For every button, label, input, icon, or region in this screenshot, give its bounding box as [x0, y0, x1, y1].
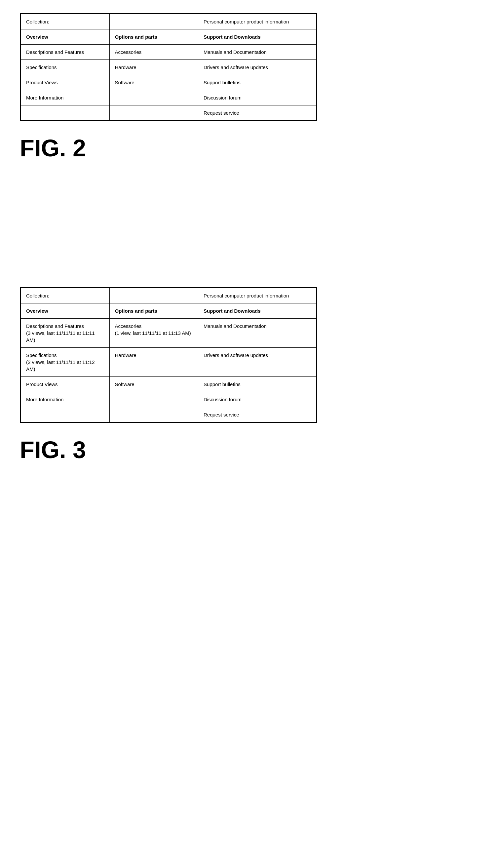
- fig2-label: FIG. 2: [20, 134, 477, 162]
- cell-col2-row5: [109, 90, 198, 105]
- cell-col2-row3: Hardware: [109, 60, 198, 75]
- cell-text-col1-row2-part0: Descriptions and Features: [26, 323, 84, 329]
- cell-text-col2-row2-part1: (1 view, last 11/11/11 at 11:13 AM): [115, 330, 191, 336]
- table-row: Specifications(2 views, last 11/11/11 at…: [21, 348, 316, 377]
- cell-col1-row3: Specifications(2 views, last 11/11/11 at…: [21, 348, 110, 377]
- table-row: SpecificationsHardwareDrivers and softwa…: [21, 60, 316, 75]
- cell-col2-row5: [109, 392, 198, 407]
- table-row: Request service: [21, 407, 316, 423]
- table-row: Collection:Personal computer product inf…: [21, 14, 316, 29]
- table-row: Descriptions and FeaturesAccessoriesManu…: [21, 45, 316, 60]
- cell-col2-row2: Accessories(1 view, last 11/11/11 at 11:…: [109, 319, 198, 348]
- fig2-table: Collection:Personal computer product inf…: [20, 14, 316, 120]
- cell-col3-row0: Personal computer product information: [198, 14, 316, 29]
- table-row: More InformationDiscussion forum: [21, 90, 316, 105]
- cell-col3-row4: Support bulletins: [198, 75, 316, 90]
- cell-col1-row0: Collection:: [21, 288, 110, 303]
- cell-col1-row6: [21, 105, 110, 120]
- cell-col3-row6: Request service: [198, 407, 316, 423]
- fig3-label: FIG. 3: [20, 436, 477, 464]
- cell-col1-row5: More Information: [21, 90, 110, 105]
- table-row: OverviewOptions and partsSupport and Dow…: [21, 29, 316, 45]
- cell-text-col1-row2-part1: (3 views, last 11/11/11 at 11:11 AM): [26, 330, 95, 343]
- cell-col2-row3: Hardware: [109, 348, 198, 377]
- cell-col2-row0: [109, 14, 198, 29]
- cell-col2-row1: Options and parts: [109, 29, 198, 45]
- fig2-section: Collection:Personal computer product inf…: [20, 13, 477, 162]
- table-row: More InformationDiscussion forum: [21, 392, 316, 407]
- cell-col1-row5: More Information: [21, 392, 110, 407]
- cell-col2-row2: Accessories: [109, 45, 198, 60]
- cell-text-col1-row3-part0: Specifications: [26, 352, 57, 358]
- cell-col3-row1: Support and Downloads: [198, 303, 316, 319]
- cell-col1-row0: Collection:: [21, 14, 110, 29]
- cell-col3-row2: Manuals and Documentation: [198, 45, 316, 60]
- table-row: Collection:Personal computer product inf…: [21, 288, 316, 303]
- cell-col1-row1: Overview: [21, 303, 110, 319]
- cell-col3-row6: Request service: [198, 105, 316, 120]
- table-row: Product ViewsSoftwareSupport bulletins: [21, 377, 316, 392]
- cell-col1-row4: Product Views: [21, 75, 110, 90]
- cell-col1-row2: Descriptions and Features: [21, 45, 110, 60]
- cell-col1-row1: Overview: [21, 29, 110, 45]
- cell-col2-row1: Options and parts: [109, 303, 198, 319]
- cell-col3-row3: Drivers and software updates: [198, 348, 316, 377]
- cell-text-col1-row3-part1: (2 views, last 11/11/11 at 11:12 AM): [26, 359, 95, 372]
- cell-text-col2-row2-part0: Accessories: [115, 323, 142, 329]
- fig3-table-container: Collection:Personal computer product inf…: [20, 287, 317, 423]
- table-row: Request service: [21, 105, 316, 120]
- table-row: Descriptions and Features(3 views, last …: [21, 319, 316, 348]
- fig3-section: Collection:Personal computer product inf…: [20, 287, 477, 464]
- cell-col3-row0: Personal computer product information: [198, 288, 316, 303]
- cell-col1-row6: [21, 407, 110, 423]
- cell-col2-row6: [109, 105, 198, 120]
- cell-col3-row1: Support and Downloads: [198, 29, 316, 45]
- cell-col2-row4: Software: [109, 75, 198, 90]
- fig3-table: Collection:Personal computer product inf…: [20, 288, 316, 423]
- fig2-table-container: Collection:Personal computer product inf…: [20, 13, 317, 121]
- cell-col2-row0: [109, 288, 198, 303]
- cell-col1-row3: Specifications: [21, 60, 110, 75]
- table-row: Product ViewsSoftwareSupport bulletins: [21, 75, 316, 90]
- table-row: OverviewOptions and partsSupport and Dow…: [21, 303, 316, 319]
- cell-col1-row2: Descriptions and Features(3 views, last …: [21, 319, 110, 348]
- cell-col2-row4: Software: [109, 377, 198, 392]
- cell-col3-row3: Drivers and software updates: [198, 60, 316, 75]
- cell-col3-row5: Discussion forum: [198, 90, 316, 105]
- cell-col1-row4: Product Views: [21, 377, 110, 392]
- cell-col3-row4: Support bulletins: [198, 377, 316, 392]
- spacer-between: [20, 188, 477, 287]
- cell-col3-row5: Discussion forum: [198, 392, 316, 407]
- cell-col2-row6: [109, 407, 198, 423]
- cell-col3-row2: Manuals and Documentation: [198, 319, 316, 348]
